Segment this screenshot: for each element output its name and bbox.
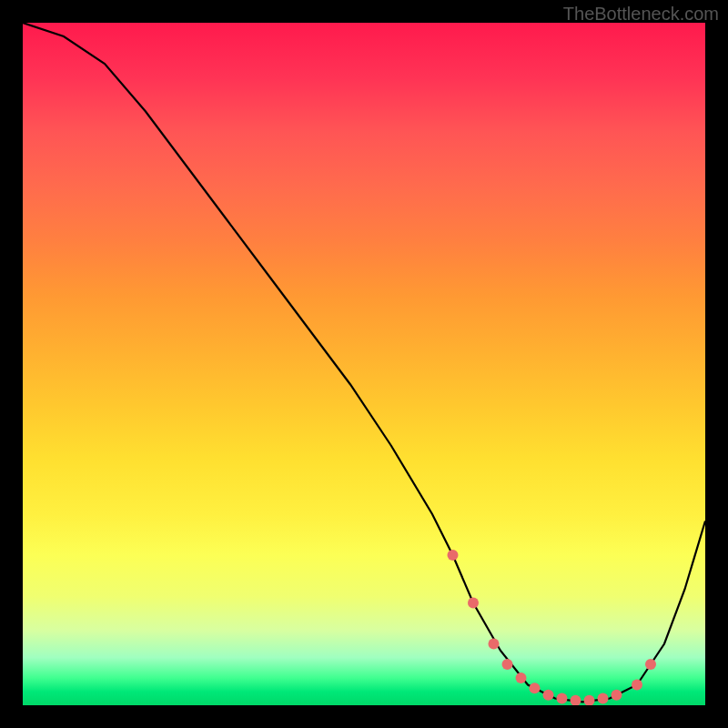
chart-marker-dot <box>632 680 642 691</box>
chart-svg <box>23 23 705 705</box>
chart-marker-dot <box>516 672 527 683</box>
chart-marker-dot <box>612 690 622 701</box>
chart-plot-area <box>23 23 705 705</box>
chart-marker-dot <box>598 693 609 704</box>
chart-marker-dot <box>468 598 479 609</box>
chart-marker-dot <box>557 693 568 704</box>
chart-line-series <box>23 23 705 702</box>
chart-marker-dot <box>543 690 554 701</box>
chart-marker-dot <box>502 659 513 670</box>
chart-markers <box>448 550 657 705</box>
chart-marker-dot <box>489 639 500 650</box>
chart-marker-dot <box>645 659 656 670</box>
watermark-text: TheBottleneck.com <box>563 4 719 25</box>
chart-marker-dot <box>584 695 595 705</box>
chart-marker-dot <box>530 682 541 693</box>
chart-marker-dot <box>448 550 459 561</box>
chart-marker-dot <box>571 695 581 705</box>
